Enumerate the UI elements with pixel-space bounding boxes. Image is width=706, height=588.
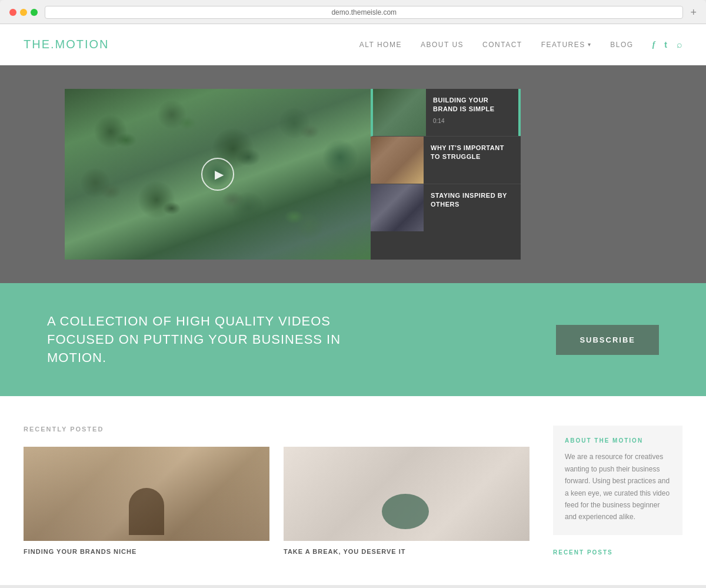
video-title-2: WHY IT'S IMPORTANT TO STRUGGLE — [431, 144, 514, 162]
post-card-2[interactable]: TAKE A BREAK, YOU DESERVE IT — [284, 447, 530, 555]
nav-contact[interactable]: CONTACT — [482, 41, 522, 49]
site-header: THE.MOTION ALT HOME ABOUT US CONTACT FEA… — [0, 24, 706, 65]
video-sidebar-item-2[interactable]: WHY IT'S IMPORTANT TO STRUGGLE — [371, 137, 521, 184]
video-thumb-2 — [371, 137, 424, 184]
nav-features[interactable]: FEATURES ▾ — [541, 41, 592, 49]
browser-chrome: demo.themeisle.com + — [0, 0, 706, 24]
hero-section: ▶ BUILDING YOUR BRAND IS SIMPLE 0:14 — [0, 65, 706, 283]
nav-about-us[interactable]: ABOUT US — [421, 41, 464, 49]
video-info-3: STAYING INSPIRED BY OTHERS — [424, 184, 521, 231]
play-button[interactable]: ▶ — [201, 158, 234, 191]
post-card-1[interactable]: FINDING YOUR BRANDS NICHE — [24, 447, 269, 555]
play-icon: ▶ — [215, 167, 224, 181]
twitter-icon[interactable]: t — [664, 40, 667, 49]
minimize-dot[interactable] — [20, 9, 27, 16]
chevron-down-icon: ▾ — [588, 41, 592, 48]
post-image-1 — [24, 447, 269, 541]
about-box: ABOUT THE MOTION We are a resource for c… — [553, 426, 682, 534]
address-bar[interactable]: demo.themeisle.com — [45, 6, 683, 19]
subscribe-text: A COLLECTION OF HIGH QUALITY VIDEOS FOCU… — [47, 313, 371, 367]
video-player[interactable]: ▶ — [65, 89, 371, 260]
main-content: RECENTLY POSTED FINDING YOUR BRANDS NICH… — [0, 396, 706, 584]
video-sidebar-item-3[interactable]: STAYING INSPIRED BY OTHERS — [371, 184, 521, 231]
posts-grid: FINDING YOUR BRANDS NICHE TAKE A BREAK, … — [24, 447, 530, 555]
sidebar-scrollbar[interactable] — [518, 89, 521, 136]
video-title-1: BUILDING YOUR BRAND IS SIMPLE — [433, 96, 514, 114]
about-box-title: ABOUT THE MOTION — [565, 437, 671, 444]
video-thumb-1 — [373, 89, 426, 136]
video-title-3: STAYING INSPIRED BY OTHERS — [431, 191, 514, 210]
subscribe-section: A COLLECTION OF HIGH QUALITY VIDEOS FOCU… — [0, 283, 706, 396]
nav-alt-home[interactable]: ALT HOME — [359, 41, 402, 49]
video-time-1: 0:14 — [433, 118, 514, 124]
hero-content: ▶ BUILDING YOUR BRAND IS SIMPLE 0:14 — [65, 89, 641, 260]
video-thumb-3 — [371, 184, 424, 231]
facebook-icon[interactable]: f — [652, 40, 655, 49]
fullscreen-dot[interactable] — [31, 9, 38, 16]
site-logo[interactable]: THE.MOTION — [24, 38, 109, 51]
subscribe-button[interactable]: SUBSCRIBE — [556, 325, 659, 355]
website-container: THE.MOTION ALT HOME ABOUT US CONTACT FEA… — [0, 24, 706, 585]
content-left: RECENTLY POSTED FINDING YOUR BRANDS NICH… — [24, 426, 530, 555]
nav-social-icons: f t ⌕ — [652, 39, 682, 50]
search-icon[interactable]: ⌕ — [677, 39, 682, 50]
close-dot[interactable] — [9, 9, 16, 16]
recent-posts-title: RECENT POSTS — [553, 549, 682, 556]
url-text: demo.themeisle.com — [331, 8, 397, 16]
video-sidebar-item-1[interactable]: BUILDING YOUR BRAND IS SIMPLE 0:14 — [371, 89, 521, 137]
post-image-2 — [284, 447, 530, 541]
nav-blog[interactable]: BLOG — [610, 41, 633, 49]
browser-dots — [9, 9, 38, 16]
recently-posted-label: RECENTLY POSTED — [24, 426, 530, 433]
sidebar-scroll-thumb — [518, 89, 521, 136]
new-tab-button[interactable]: + — [690, 6, 697, 19]
video-info-2: WHY IT'S IMPORTANT TO STRUGGLE — [424, 137, 521, 184]
site-nav: ALT HOME ABOUT US CONTACT FEATURES ▾ BLO… — [359, 39, 682, 50]
post-title-2: TAKE A BREAK, YOU DESERVE IT — [284, 548, 530, 555]
post-title-1: FINDING YOUR BRANDS NICHE — [24, 548, 269, 555]
video-info-1: BUILDING YOUR BRAND IS SIMPLE 0:14 — [426, 89, 521, 136]
about-box-text: We are a resource for creatives wanting … — [565, 451, 671, 523]
video-sidebar: BUILDING YOUR BRAND IS SIMPLE 0:14 WHY I… — [371, 89, 521, 260]
content-sidebar: ABOUT THE MOTION We are a resource for c… — [553, 426, 682, 555]
